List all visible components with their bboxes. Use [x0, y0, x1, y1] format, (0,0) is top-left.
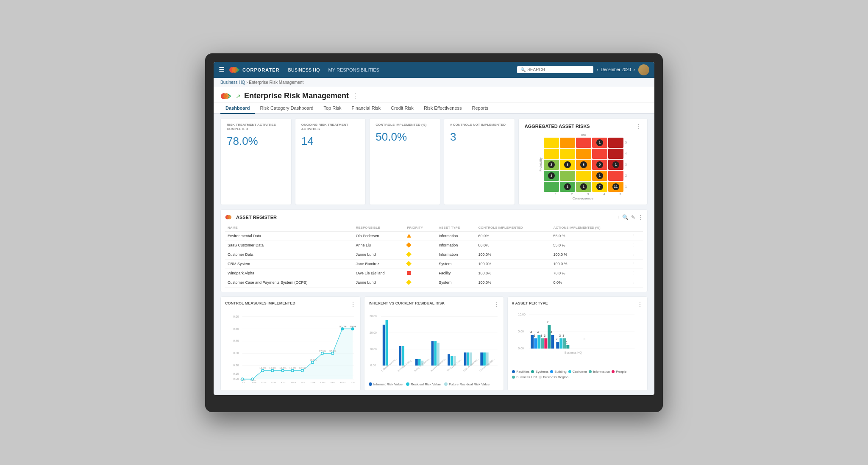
svg-text:12.5%: 12.5%	[289, 367, 296, 369]
cell-name: Environmental Data	[225, 231, 353, 241]
cell-row-more[interactable]: ⋮	[629, 241, 643, 250]
avatar[interactable]	[638, 64, 649, 75]
prev-date-icon[interactable]: ‹	[597, 67, 598, 72]
priority-icon	[406, 280, 412, 285]
search-icon: 🔍	[520, 67, 526, 72]
asset-register-search-icon[interactable]: 🔍	[622, 214, 629, 220]
legend-future-residual: Future Residual Risk Value	[444, 382, 490, 386]
legend-dot-inherent	[369, 382, 372, 386]
svg-text:50.0%: 50.0%	[350, 325, 356, 327]
tab-risk-effectiveness[interactable]: Risk Effectiveness	[419, 103, 467, 114]
matrix-cell-2-2	[560, 171, 575, 181]
tab-top-risk[interactable]: Top Risk	[318, 103, 346, 114]
legend-business-region: Business Region	[539, 375, 568, 379]
asset-register-edit-icon[interactable]: ✎	[631, 214, 635, 220]
current-date: December 2020	[601, 67, 631, 72]
svg-text:May: May	[340, 381, 345, 383]
asset-table: NAME RESPONSIBLE PRIORITY ASSET TYPE CON…	[225, 224, 643, 288]
asset-per-type-header: # ASSET PER TYPE ⋮	[512, 301, 643, 308]
legend-residual: Residual Risk Value	[406, 382, 441, 386]
svg-text:3: 3	[534, 334, 536, 337]
asset-register-actions: + 🔍 ✎ ⋮	[617, 214, 643, 220]
svg-text:Dec: Dec	[291, 381, 296, 383]
tab-financial-risk[interactable]: Financial Risk	[347, 103, 386, 114]
svg-text:25.0%: 25.0%	[310, 358, 317, 361]
svg-point-24	[271, 369, 274, 372]
matrix-cell-1-5: 11	[608, 182, 623, 192]
control-measures-card: CONTROL MEASURES IMPLEMENTED ⋮ 0.60 0.50…	[220, 296, 361, 391]
cell-row-more[interactable]: ⋮	[629, 250, 643, 259]
tab-credit-risk[interactable]: Credit Risk	[386, 103, 419, 114]
cell-asset-type: Information	[436, 241, 476, 250]
matrix-cell-5-2	[560, 138, 575, 148]
cell-controls: 100.0%	[476, 278, 551, 287]
kpi-controls-implemented: CONTROLS IMPLEMENTED (%) 50.0%	[369, 118, 440, 205]
svg-text:0.10: 0.10	[233, 372, 239, 375]
tab-dashboard[interactable]: Dashboard	[220, 103, 255, 114]
svg-rect-100	[538, 335, 541, 349]
kpi-value-0: 78.0%	[227, 135, 285, 148]
svg-rect-79	[467, 352, 469, 365]
cell-row-more[interactable]: ⋮	[629, 278, 643, 287]
tab-risk-category[interactable]: Risk Category Dashboard	[255, 103, 318, 114]
control-measures-title: CONTROL MEASURES IMPLEMENTED	[225, 301, 295, 305]
cell-priority	[404, 259, 436, 268]
next-date-icon[interactable]: ›	[634, 67, 635, 72]
svg-text:Oct: Oct	[271, 381, 276, 383]
svg-rect-103	[548, 325, 551, 349]
control-measures-more-icon[interactable]: ⋮	[350, 301, 356, 308]
matrix-cell-4-3	[576, 149, 591, 159]
nav-my-responsibilities[interactable]: MY RESPONSIBILITIES	[328, 67, 379, 72]
asset-per-type-title: # ASSET PER TYPE	[512, 301, 548, 305]
legend-building: Building	[550, 370, 566, 374]
svg-text:12.5%: 12.5%	[269, 367, 276, 369]
asset-per-type-legend: Facilities Systems Building Custome	[512, 370, 643, 379]
table-row: Customer Case and Payments System (CCPS)…	[225, 278, 643, 287]
nav-business-hq[interactable]: BUSINESS HQ	[288, 67, 320, 72]
cell-row-more[interactable]: ⋮	[629, 231, 643, 241]
matrix-cell-4-4	[592, 149, 607, 159]
asset-per-type-more-icon[interactable]: ⋮	[637, 301, 643, 308]
hamburger-icon[interactable]: ☰	[219, 66, 225, 74]
table-row: Environmental Data Ola Pedersen Informat…	[225, 231, 643, 241]
table-row: Customer Data Janne Lund Information 100…	[225, 250, 643, 259]
cell-name: Customer Case and Payments System (CCPS)	[225, 278, 353, 287]
matrix-cell-2-5	[608, 171, 623, 181]
svg-text:3: 3	[559, 334, 561, 337]
svg-text:30.00: 30.00	[370, 315, 377, 318]
svg-point-31	[341, 327, 344, 330]
svg-rect-69	[415, 359, 418, 365]
svg-rect-112	[556, 342, 559, 349]
matrix-cell-3-4: 5	[592, 160, 607, 170]
page-options-icon[interactable]: ⋮	[352, 92, 359, 100]
asset-per-type-card: # ASSET PER TYPE ⋮ 10.00 5.00 0.00 Busin…	[507, 296, 648, 391]
svg-text:0.50: 0.50	[233, 327, 239, 330]
asset-register-add-icon[interactable]: +	[617, 214, 620, 220]
breadcrumb-parent[interactable]: Business HQ	[220, 80, 245, 85]
priority-icon	[407, 271, 411, 275]
search-input[interactable]	[527, 67, 590, 72]
svg-point-26	[291, 369, 294, 372]
cell-responsible: Janne Lund	[353, 250, 405, 259]
tab-reports[interactable]: Reports	[467, 103, 494, 114]
svg-text:0.60: 0.60	[233, 315, 239, 318]
kpi-value-1: 14	[301, 135, 360, 148]
col-priority: PRIORITY	[404, 224, 436, 232]
aggregated-more-icon[interactable]: ⋮	[635, 123, 641, 130]
svg-rect-72	[431, 341, 434, 365]
cell-priority	[404, 231, 436, 241]
matrix-cell-1-4: 7	[592, 182, 607, 192]
kpi-label-3: # CONTROLS NOT IMPLEMENTED	[450, 123, 509, 127]
asset-register-more-icon[interactable]: ⋮	[638, 214, 643, 220]
matrix-badge-3-2: 3	[564, 161, 571, 168]
cell-row-more[interactable]: ⋮	[629, 268, 643, 278]
aggregated-asset-risks: AGGREGATED ASSET RISKS ⋮ Risk Probabilit…	[518, 118, 648, 205]
col-asset-type: ASSET TYPE	[436, 224, 476, 232]
legend-customer: Customer	[568, 370, 587, 374]
inherent-risk-more-icon[interactable]: ⋮	[493, 301, 499, 308]
cell-row-more[interactable]: ⋮	[629, 259, 643, 268]
cell-actions: 100.0 %	[551, 250, 630, 259]
svg-text:12.5%: 12.5%	[299, 367, 306, 369]
matrix-cell-1-3: 1	[576, 182, 591, 192]
search-bar[interactable]: 🔍	[517, 66, 593, 73]
